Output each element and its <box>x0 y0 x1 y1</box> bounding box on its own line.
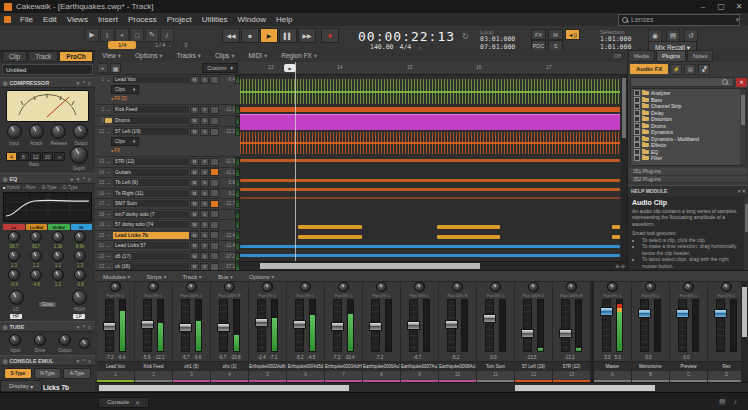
strip-name[interactable]: Earthquke0006Au7 <box>363 361 400 371</box>
tool-button[interactable]: ✎ <box>145 28 159 42</box>
input-echo-button[interactable] <box>210 252 219 260</box>
tab-proch[interactable]: ProCh <box>59 51 93 62</box>
lo-filter-knob[interactable] <box>9 290 24 305</box>
input-echo-button[interactable] <box>210 189 219 197</box>
track-name[interactable]: d6 (17) <box>113 253 189 260</box>
stop-button[interactable]: ■ <box>241 28 259 43</box>
tube-knob[interactable] <box>59 334 71 346</box>
depth-knob[interactable] <box>70 146 88 164</box>
track-volume-value[interactable]: -5.1 <box>220 191 235 196</box>
clear-search-button[interactable]: ✕ <box>736 78 747 87</box>
pan-knob[interactable] <box>110 282 121 292</box>
folder-checkbox[interactable] <box>634 103 640 109</box>
track-row[interactable]: 21 ~ Lead Licks 57 M S -11.4 ▾ <box>95 241 240 252</box>
eq-band-button[interactable]: Hi Mid <box>48 224 70 230</box>
mute-button[interactable]: M <box>190 106 199 114</box>
track-row[interactable]: 2 ~ Kick Feed M S -11.1 ▾ <box>95 105 240 116</box>
menu-item[interactable]: Window <box>233 13 271 26</box>
track-name[interactable]: 7b Right (11) <box>113 190 189 197</box>
console-menu-item[interactable]: Modules <box>95 273 138 280</box>
eq-knob[interactable] <box>30 231 42 243</box>
channel-strip[interactable]: Pan 50% R -5.2 Earthquke0008Au7 10 <box>439 282 477 384</box>
loop-icon[interactable]: ↻ <box>462 32 469 41</box>
channel-strip[interactable]: Pan 0% C -7.2 Earthquke0006Au7 8 <box>363 282 401 384</box>
clips-dropdown[interactable]: Clips▾ <box>111 85 139 94</box>
folder-checkbox[interactable] <box>634 142 640 148</box>
track-row[interactable]: 14 ~ Guitars M S -11.1 ▾ <box>95 168 240 179</box>
ratio-button[interactable]: 8 <box>18 152 29 161</box>
console-type-button[interactable]: A-Type <box>63 368 91 379</box>
pan-knob[interactable] <box>607 282 618 292</box>
power-icon[interactable]: ◎ <box>3 324 7 330</box>
audio-clip[interactable] <box>240 114 620 130</box>
fx-rack-label[interactable]: FX (2) <box>111 96 127 101</box>
input-echo-button[interactable] <box>210 128 219 136</box>
volume-fader[interactable] <box>255 318 268 327</box>
menu-item[interactable]: Project <box>162 13 197 26</box>
solo-button[interactable]: S <box>200 200 209 208</box>
audio-clip[interactable] <box>240 197 620 199</box>
folder-checkbox[interactable] <box>634 149 640 155</box>
channel-strip[interactable]: Pan 0% C -5.9-12.1 Kick Feed 2 <box>135 282 173 384</box>
console-type-button[interactable]: S-Type <box>4 368 32 379</box>
eq-knob[interactable] <box>8 250 20 262</box>
record-button[interactable]: ● <box>321 28 339 43</box>
strip-name[interactable]: Earthquke0007Au7 <box>401 361 438 371</box>
input-echo-button[interactable] <box>210 76 219 84</box>
track-volume-value[interactable]: -11.7 <box>220 201 235 206</box>
compressor-knob[interactable] <box>73 124 88 139</box>
tube-header[interactable]: ◎ TUBE ▾ * ≡ <box>0 321 95 332</box>
track-volume-value[interactable]: -5.8 <box>220 180 235 185</box>
solo-button[interactable]: S <box>200 242 209 250</box>
plugin-folder-item[interactable]: Filter <box>631 155 746 162</box>
close-button[interactable]: ✕ <box>730 0 748 13</box>
play-button[interactable]: ▶ <box>260 28 278 43</box>
audio-clip[interactable] <box>612 225 620 229</box>
compressor-knob[interactable] <box>7 124 22 139</box>
strip-name[interactable]: Preview <box>670 361 707 371</box>
volume-fader[interactable] <box>521 329 534 338</box>
volume-fader[interactable] <box>483 314 496 323</box>
strip-name[interactable]: Tom Sum <box>477 361 514 371</box>
track-name[interactable]: Lead Vox <box>113 76 189 83</box>
ratio-button[interactable]: 12 <box>30 152 41 161</box>
track-name-field[interactable]: Untitled <box>2 64 93 75</box>
strip-name[interactable]: Metronome <box>632 361 669 371</box>
pan-knob[interactable] <box>376 282 387 292</box>
folder-checkbox[interactable] <box>634 90 640 96</box>
hp-button[interactable]: HP <box>10 314 22 319</box>
track-name[interactable]: Kick Feed <box>113 106 189 113</box>
volume-fader[interactable] <box>331 322 344 331</box>
solo-button[interactable]: S <box>200 168 209 176</box>
power-icon[interactable]: ◎ <box>3 358 7 364</box>
audio-clip[interactable] <box>240 79 620 104</box>
clips-pane[interactable]: 13 14 15 16 17 ▶ <box>240 62 627 270</box>
input-echo-button[interactable] <box>210 210 219 218</box>
channel-strip[interactable]: Pan 0% C -5.2-4.5 Erthquke0004d5d 6 <box>287 282 325 384</box>
pause-button[interactable]: ▌▌ <box>279 28 297 43</box>
volume-fader[interactable] <box>407 321 420 330</box>
input-echo-button[interactable] <box>210 242 219 250</box>
ratio-button[interactable]: 20 <box>42 152 53 161</box>
solo-button[interactable]: S <box>200 189 209 197</box>
strip-name[interactable]: Erthquke0004d5d <box>287 361 324 371</box>
pan-knob[interactable] <box>452 282 463 292</box>
tab-clip[interactable]: Clip <box>2 51 27 62</box>
loop-start[interactable]: 03:01:000 <box>480 35 515 43</box>
input-echo-button[interactable] <box>210 200 219 208</box>
aim-assist-toggle[interactable]: Off <box>614 53 627 59</box>
console-menu-item[interactable]: Bus <box>210 273 241 280</box>
audio-clip[interactable] <box>240 245 620 248</box>
track-volume-value[interactable]: -11.1 <box>220 107 235 112</box>
input-echo-global-button[interactable]: ◄)) <box>565 29 580 40</box>
mute-button[interactable]: M <box>190 168 199 176</box>
folder-checkbox[interactable] <box>634 155 640 161</box>
channel-strip[interactable]: Pan 100% L -6.7-9.6 oh1 (5) 3 <box>173 282 211 384</box>
eq-knob[interactable] <box>74 250 86 262</box>
mute-button[interactable]: M <box>190 76 199 84</box>
volume-fader[interactable] <box>103 322 116 331</box>
volume-fader[interactable] <box>179 323 192 332</box>
console-emulator-header[interactable]: ◎ CONSOLE EMUL ▾ * ≡ <box>0 355 95 366</box>
folder-checkbox[interactable] <box>634 110 640 116</box>
mute-button[interactable]: M <box>190 189 199 197</box>
